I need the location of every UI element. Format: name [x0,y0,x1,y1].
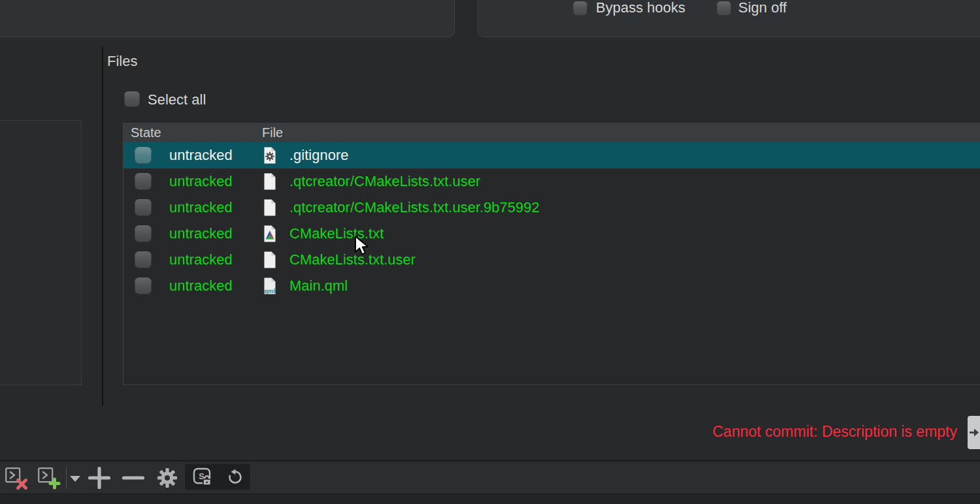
row-checkbox[interactable] [135,199,152,216]
zoom-in-button[interactable] [88,466,111,492]
row-checkbox[interactable] [135,277,152,294]
toolbar-toggle-group: S [185,464,250,490]
row-checkbox[interactable] [135,251,152,268]
files-table-header: State File [123,123,980,142]
sign-off-checkbox[interactable] [717,1,731,16]
row-state: untracked [169,195,233,221]
column-header-state: State [131,123,161,142]
row-checkbox[interactable] [135,225,152,242]
row-filename: .qtcreator/CMakeLists.txt.user [289,168,480,195]
row-state: untracked [169,142,233,168]
filter-settings-button[interactable] [155,466,179,492]
svg-text:qml: qml [265,287,276,294]
files-section-title: Files [107,53,137,70]
bottom-status-strip [0,494,980,504]
table-row[interactable]: untracked .qtcreator/CMakeLists.txt.user… [123,195,980,221]
bypass-hooks-label: Bypass hooks [596,0,685,16]
terminal-close-icon [4,466,29,491]
table-row[interactable]: untracked qml Main.qml [123,273,980,299]
table-row[interactable]: untracked .qtcreator/CMakeLists.txt.user [123,168,980,195]
commit-submit-button[interactable] [968,416,980,449]
row-state: untracked [169,168,233,195]
table-row[interactable]: untracked CMakeLists.txt [123,221,980,247]
row-filename: .qtcreator/CMakeLists.txt.user.9b75992 [289,195,540,221]
table-row[interactable]: untracked .gitignore [123,142,980,168]
row-checkbox[interactable] [135,173,152,190]
row-filename: .gitignore [289,142,349,168]
row-state: untracked [169,273,233,299]
reload-icon [225,467,245,486]
submit-arrow-icon [968,416,980,449]
window-lock-button[interactable]: S [191,465,214,490]
terminal-add-icon [37,466,61,491]
row-state: untracked [169,247,233,273]
splitter-rule [102,47,103,406]
table-row[interactable]: untracked CMakeLists.txt.user [123,247,980,273]
output-pane-toolbar: S [0,462,980,494]
bypass-hooks-checkbox[interactable] [573,1,587,16]
filter-gear-icon [155,466,179,490]
row-filename: CMakeLists.txt [289,221,384,247]
reload-button[interactable] [225,467,245,489]
files-table: State File untracked .gitignore [123,123,980,385]
terminal-add-button[interactable] [37,466,61,494]
row-filename: CMakeLists.txt.user [289,247,416,273]
commit-general-panel [0,0,455,37]
cmake-file-icon [263,225,277,243]
chevron-down-icon[interactable] [70,476,80,482]
row-filename: Main.qml [289,273,348,299]
select-all-checkbox[interactable] [124,91,140,107]
row-state: untracked [169,221,233,247]
select-all-label: Select all [148,91,206,108]
cannot-commit-message: Cannot commit: Description is empty [712,423,957,441]
text-file-icon [263,251,277,269]
row-checkbox[interactable] [135,147,152,164]
toolbar-separator [66,467,67,489]
text-file-icon [263,198,277,217]
commit-options-panel: Bypass hooks Sign off [478,0,980,37]
empty-side-list [0,120,82,385]
zoom-in-icon [88,466,111,490]
zoom-out-button[interactable] [122,466,145,492]
sign-off-label: Sign off [738,0,787,16]
gitignore-file-icon [263,146,277,165]
terminal-close-button[interactable] [4,466,29,494]
zoom-out-icon [122,466,145,490]
window-lock-icon: S [191,465,214,488]
column-header-file: File [262,123,283,142]
qml-file-icon: qml [263,277,277,295]
text-file-icon [263,172,277,191]
